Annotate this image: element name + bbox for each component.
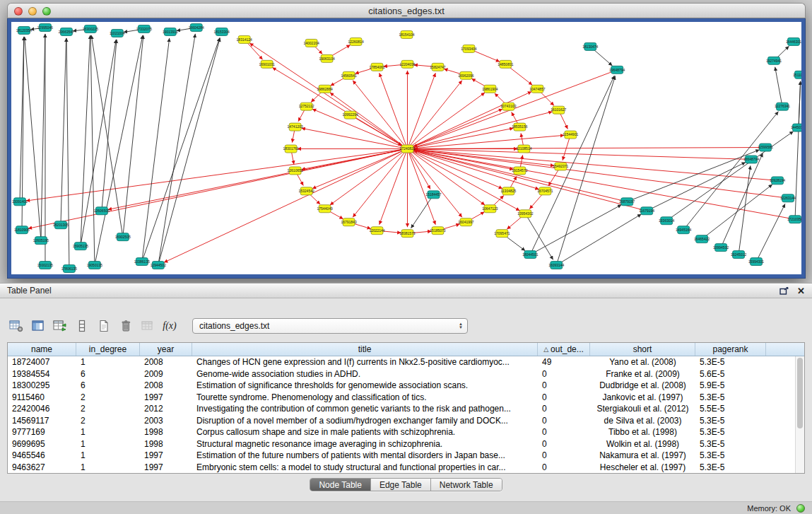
graph-node[interactable]: 20663547	[59, 28, 74, 35]
graph-node[interactable]: 15300225	[83, 25, 98, 33]
network-canvas[interactable]: 1724082112108514185351561074310319861904…	[11, 22, 801, 274]
graph-node[interactable]: 11599581	[758, 144, 773, 151]
graph-edge[interactable]	[413, 148, 765, 149]
graph-edge[interactable]	[407, 128, 513, 148]
row-height-icon[interactable]	[73, 317, 91, 335]
import-table-icon[interactable]	[139, 317, 157, 335]
graph-node[interactable]: 18154104	[399, 30, 414, 38]
graph-node[interactable]: 16791843	[341, 218, 356, 226]
table-row[interactable]: 1872400712008Changes of HCN gene express…	[8, 356, 795, 368]
graph-node[interactable]: 16902505	[115, 233, 131, 241]
graph-node[interactable]: 18120354	[16, 26, 32, 34]
graph-node[interactable]: 16879197	[619, 198, 635, 206]
graph-node[interactable]: 19063104	[319, 54, 334, 62]
graph-node[interactable]: 12610651	[288, 167, 303, 175]
graph-edge[interactable]	[142, 38, 170, 262]
graph-node[interactable]: 17544049	[317, 205, 332, 213]
table-selector-combobox[interactable]: citations_edges.txt ▲▼	[192, 318, 468, 334]
graph-edge[interactable]	[102, 40, 117, 211]
graph-node[interactable]: 11021004	[110, 29, 125, 37]
column-header-pagerank[interactable]: pagerank	[695, 343, 766, 356]
tab-edge-table[interactable]: Edge Table	[371, 479, 431, 491]
graph-node[interactable]: 19861904	[482, 85, 498, 93]
table-row[interactable]: 946362711997Embryonic stem cells: a mode…	[8, 462, 795, 474]
graph-node[interactable]: 10928194	[770, 177, 785, 185]
table-row[interactable]: 969969511998Structural magnetic resonanc…	[8, 438, 795, 450]
zoom-button[interactable]	[42, 7, 51, 16]
graph-node[interactable]: 12276341	[775, 103, 790, 110]
delete-table-icon[interactable]	[117, 317, 135, 335]
graph-node[interactable]: 19154572	[512, 167, 527, 175]
graph-edge[interactable]	[795, 81, 801, 219]
graph-edge[interactable]	[108, 148, 408, 209]
graph-node[interactable]: 18381573	[399, 230, 415, 238]
graph-edge[interactable]	[411, 194, 434, 228]
graph-node[interactable]: 15185073	[430, 227, 445, 235]
graph-node[interactable]: 17806135	[61, 265, 77, 273]
new-document-icon[interactable]	[95, 317, 113, 335]
graph-node[interactable]: 15492371	[553, 163, 568, 170]
graph-node[interactable]: 16465422	[694, 235, 710, 243]
graph-edge[interactable]	[61, 38, 66, 225]
graph-edge[interactable]	[413, 149, 777, 180]
graph-node[interactable]: 14741203	[288, 123, 303, 131]
graph-node[interactable]: 18153304	[214, 28, 230, 35]
graph-node[interactable]: 19050135	[87, 262, 102, 269]
graph-edge[interactable]	[330, 93, 408, 148]
graph-edge[interactable]	[530, 205, 621, 255]
graph-edge[interactable]	[775, 67, 782, 107]
table-row[interactable]: 1456911722003Disruption of a novel membe…	[8, 415, 795, 427]
graph-edge[interactable]	[556, 214, 641, 265]
table-row[interactable]: 2242004622012Investigating the contribut…	[8, 403, 795, 415]
column-header-year[interactable]: year	[140, 343, 192, 356]
graph-edge[interactable]	[90, 35, 95, 265]
graph-node[interactable]: 18314124	[237, 35, 252, 43]
graph-node[interactable]: 16648794	[743, 156, 759, 163]
graph-edge[interactable]	[66, 38, 69, 269]
graph-edge[interactable]	[407, 148, 435, 224]
graph-node[interactable]: 11544901	[563, 131, 578, 139]
table-row[interactable]: 977716911998Corpus callosum shape and si…	[8, 426, 795, 438]
graph-edge[interactable]	[407, 112, 552, 149]
graph-node[interactable]: 17332075	[136, 25, 152, 33]
graph-edge[interactable]	[164, 148, 408, 262]
graph-node[interactable]: 19245012	[731, 251, 746, 259]
graph-edge[interactable]	[407, 109, 502, 148]
graph-node[interactable]: 14945164	[676, 226, 691, 234]
table-row[interactable]: 911546021997Tourette syndrome. Phenomeno…	[8, 392, 795, 404]
graph-node[interactable]: 16604284	[189, 23, 204, 31]
graph-node[interactable]: 15184457	[425, 191, 441, 199]
graph-node[interactable]: 18301761	[283, 145, 299, 153]
graph-node[interactable]: 16446301	[786, 37, 801, 45]
graph-node[interactable]: 13091401	[12, 198, 28, 206]
graph-edge[interactable]	[756, 204, 785, 262]
graph-edge[interactable]	[312, 109, 408, 148]
graph-node[interactable]: 12752112	[299, 103, 314, 110]
tab-node-table[interactable]: Node Table	[310, 479, 371, 491]
graph-node[interactable]: 15324542	[299, 187, 314, 195]
window-titlebar[interactable]: citations_edges.txt	[7, 3, 806, 18]
graph-node[interactable]: 19363014	[659, 217, 674, 225]
close-panel-icon[interactable]: ✕	[797, 286, 805, 296]
graph-node[interactable]: 10647123	[482, 205, 498, 213]
scrollbar-thumb[interactable]	[797, 358, 803, 428]
column-header-out_degree[interactable]: △out_de...	[538, 343, 590, 356]
graph-edge[interactable]	[41, 34, 45, 240]
float-panel-icon[interactable]	[779, 287, 789, 295]
column-header-in_degree[interactable]: in_degree	[76, 343, 140, 356]
graph-node[interactable]: 19862884	[317, 85, 332, 93]
graph-node[interactable]: 11679194	[639, 207, 654, 215]
graph-node[interactable]: 11304825	[500, 187, 516, 195]
graph-node[interactable]: 12605195	[33, 237, 49, 245]
graph-node[interactable]: 16962096	[458, 71, 473, 79]
graph-node[interactable]: 16704571	[537, 187, 553, 195]
graph-node[interactable]: 18044501	[522, 251, 538, 259]
graph-node[interactable]: 15002135	[37, 262, 53, 269]
tab-network-table[interactable]: Network Table	[431, 479, 502, 491]
graph-node[interactable]: 17240821	[399, 145, 415, 153]
table-row[interactable]: 1938455462009Genome-wide association stu…	[8, 368, 795, 380]
graph-node[interactable]: 17210354	[787, 216, 801, 223]
graph-node[interactable]: 18535156	[512, 123, 527, 131]
graph-node[interactable]: 14560541	[341, 71, 356, 79]
table-row[interactable]: 1830029562008Estimation of significance …	[8, 380, 795, 392]
